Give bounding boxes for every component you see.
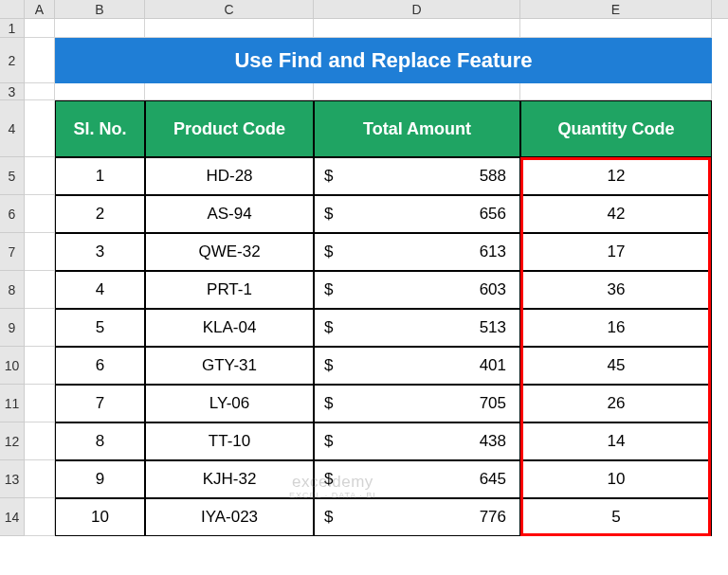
currency-symbol: $ [324, 205, 333, 224]
currency-symbol: $ [324, 318, 333, 337]
cell-product-code[interactable]: IYA-023 [145, 498, 314, 536]
header-quantity-code[interactable]: Quantity Code [520, 100, 712, 157]
currency-symbol: $ [324, 167, 333, 186]
cell-A10[interactable] [25, 347, 55, 385]
cell-product-code[interactable]: QWE-32 [145, 233, 314, 271]
row-header-10[interactable]: 10 [0, 347, 25, 385]
cell-sl-no[interactable]: 8 [55, 422, 145, 460]
cell-quantity-code[interactable]: 5 [520, 498, 712, 536]
row-header-5[interactable]: 5 [0, 157, 25, 195]
header-total-amount[interactable]: Total Amount [314, 100, 520, 157]
col-header-E[interactable]: E [520, 0, 712, 18]
row-header-11[interactable]: 11 [0, 385, 25, 422]
cell-sl-no[interactable]: 1 [55, 157, 145, 195]
cell-quantity-code[interactable]: 26 [520, 385, 712, 422]
cell-A14[interactable] [25, 498, 55, 536]
cell-total-amount[interactable]: $401 [314, 347, 520, 385]
cell-A2[interactable] [25, 38, 55, 83]
row-header-12[interactable]: 12 [0, 422, 25, 460]
cell-D3[interactable] [314, 83, 520, 100]
table-row: 1410IYA-023$7765 [0, 498, 728, 536]
row-3: 3 [0, 83, 728, 100]
cell-total-amount[interactable]: $705 [314, 385, 520, 422]
cell-sl-no[interactable]: 6 [55, 347, 145, 385]
cell-sl-no[interactable]: 10 [55, 498, 145, 536]
cell-product-code[interactable]: HD-28 [145, 157, 314, 195]
cell-quantity-code[interactable]: 10 [520, 460, 712, 498]
cell-product-code[interactable]: AS-94 [145, 195, 314, 233]
title-bar[interactable]: Use Find and Replace Feature [55, 38, 712, 83]
cell-quantity-code[interactable]: 45 [520, 347, 712, 385]
cell-A1[interactable] [25, 19, 55, 38]
cell-product-code[interactable]: GTY-31 [145, 347, 314, 385]
col-header-C[interactable]: C [145, 0, 314, 18]
cell-B1[interactable] [55, 19, 145, 38]
currency-symbol: $ [324, 394, 333, 413]
cell-total-amount[interactable]: $438 [314, 422, 520, 460]
header-product-code[interactable]: Product Code [145, 100, 314, 157]
cell-quantity-code[interactable]: 12 [520, 157, 712, 195]
cell-quantity-code[interactable]: 42 [520, 195, 712, 233]
cell-sl-no[interactable]: 5 [55, 309, 145, 347]
row-header-1[interactable]: 1 [0, 19, 25, 38]
cell-A5[interactable] [25, 157, 55, 195]
cell-product-code[interactable]: TT-10 [145, 422, 314, 460]
cell-total-amount[interactable]: $513 [314, 309, 520, 347]
cell-A7[interactable] [25, 233, 55, 271]
cell-product-code[interactable]: KJH-32 [145, 460, 314, 498]
row-header-9[interactable]: 9 [0, 309, 25, 347]
cell-A6[interactable] [25, 195, 55, 233]
cell-A12[interactable] [25, 422, 55, 460]
cell-quantity-code[interactable]: 36 [520, 271, 712, 309]
cell-product-code[interactable]: KLA-04 [145, 309, 314, 347]
cell-total-amount[interactable]: $656 [314, 195, 520, 233]
cell-quantity-code[interactable]: 17 [520, 233, 712, 271]
cell-total-amount[interactable]: $776 [314, 498, 520, 536]
cell-A4[interactable] [25, 100, 55, 157]
row-header-7[interactable]: 7 [0, 233, 25, 271]
amount-value: 705 [480, 394, 506, 413]
cell-total-amount[interactable]: $613 [314, 233, 520, 271]
currency-symbol: $ [324, 243, 333, 261]
cell-sl-no[interactable]: 2 [55, 195, 145, 233]
row-header-13[interactable]: 13 [0, 460, 25, 498]
select-all-corner[interactable] [0, 0, 25, 18]
currency-symbol: $ [324, 432, 333, 451]
cell-A8[interactable] [25, 271, 55, 309]
table-row: 95KLA-04$51316 [0, 309, 728, 347]
row-header-4[interactable]: 4 [0, 100, 25, 157]
col-header-D[interactable]: D [314, 0, 520, 18]
cell-sl-no[interactable]: 3 [55, 233, 145, 271]
cell-total-amount[interactable]: $588 [314, 157, 520, 195]
cell-E1[interactable] [520, 19, 712, 38]
row-header-14[interactable]: 14 [0, 498, 25, 536]
cell-D1[interactable] [314, 19, 520, 38]
cell-sl-no[interactable]: 7 [55, 385, 145, 422]
header-sl-no[interactable]: Sl. No. [55, 100, 145, 157]
cell-product-code[interactable]: LY-06 [145, 385, 314, 422]
cell-A13[interactable] [25, 460, 55, 498]
cell-A3[interactable] [25, 83, 55, 100]
cell-A9[interactable] [25, 309, 55, 347]
cell-C3[interactable] [145, 83, 314, 100]
cell-B3[interactable] [55, 83, 145, 100]
col-header-B[interactable]: B [55, 0, 145, 18]
row-header-8[interactable]: 8 [0, 271, 25, 309]
cell-total-amount[interactable]: $603 [314, 271, 520, 309]
cell-A11[interactable] [25, 385, 55, 422]
cell-sl-no[interactable]: 9 [55, 460, 145, 498]
col-header-A[interactable]: A [25, 0, 55, 18]
row-header-2[interactable]: 2 [0, 38, 25, 83]
cell-total-amount[interactable]: $645 [314, 460, 520, 498]
cell-product-code[interactable]: PRT-1 [145, 271, 314, 309]
cell-sl-no[interactable]: 4 [55, 271, 145, 309]
cell-quantity-code[interactable]: 14 [520, 422, 712, 460]
currency-symbol: $ [324, 356, 333, 375]
amount-value: 401 [480, 356, 506, 375]
cell-C1[interactable] [145, 19, 314, 38]
table-row: 73QWE-32$61317 [0, 233, 728, 271]
row-header-3[interactable]: 3 [0, 83, 25, 100]
cell-E3[interactable] [520, 83, 712, 100]
cell-quantity-code[interactable]: 16 [520, 309, 712, 347]
row-header-6[interactable]: 6 [0, 195, 25, 233]
